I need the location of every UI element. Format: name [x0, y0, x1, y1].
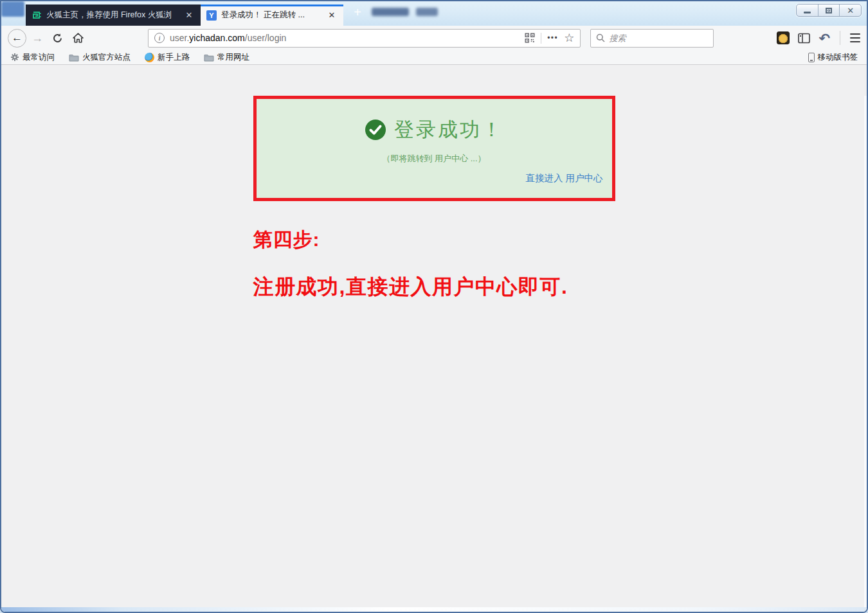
bookmark-label: 最常访问 — [23, 52, 55, 63]
window-bottom-frame — [1, 607, 867, 612]
site-info-icon[interactable]: i — [154, 33, 165, 43]
bookmark-label: 新手上路 — [158, 52, 190, 63]
redirect-message: （即将跳转到 用户中心 ...） — [257, 153, 612, 164]
divider — [840, 31, 840, 45]
close-icon: ✕ — [847, 6, 854, 15]
url-bar[interactable]: i user.yichadan.com/user/login — [148, 29, 581, 48]
url-domain: yichadan.com — [189, 33, 244, 43]
back-button[interactable]: ← — [8, 29, 26, 48]
bookmark-label: 移动版书签 — [818, 52, 858, 63]
sidebar-icon — [798, 33, 810, 44]
background-window-artifact — [372, 8, 409, 16]
undo-arrow-icon[interactable]: ↶ — [818, 31, 830, 45]
sidebar-toggle-button[interactable] — [798, 33, 810, 44]
firefox-logo-icon — [145, 53, 154, 62]
tab-title: 登录成功！ 正在跳转 ... — [221, 10, 321, 21]
step-label: 第四步: — [253, 227, 615, 253]
page-actions: ••• ☆ — [525, 32, 574, 44]
tab-login-success[interactable]: Y 登录成功！ 正在跳转 ... ✕ — [201, 4, 343, 26]
search-box[interactable] — [590, 29, 714, 48]
forward-button[interactable]: → — [28, 31, 46, 45]
toolbar-right-icons: ↶ — [777, 31, 860, 45]
tab-firefox-home[interactable]: 火狐主页，推荐使用 Firefox 火狐浏 ✕ — [26, 4, 201, 26]
qr-code-icon[interactable] — [525, 33, 535, 43]
gear-icon — [10, 53, 19, 62]
divider — [541, 33, 541, 44]
mobile-phone-icon — [808, 53, 815, 62]
login-success-box: 登录成功！ （即将跳转到 用户中心 ...） 直接进入 用户中心 — [253, 96, 615, 201]
tutorial-annotation: 第四步: 注册成功,直接进入用户中心即可. — [253, 227, 615, 301]
tab-strip: 火狐主页，推荐使用 Firefox 火狐浏 ✕ Y 登录成功！ 正在跳转 ...… — [26, 4, 343, 26]
bookmark-label: 常用网址 — [217, 52, 249, 63]
success-title: 登录成功！ — [394, 116, 503, 143]
minimize-icon — [804, 12, 811, 13]
bookmark-most-visited[interactable]: 最常访问 — [10, 52, 55, 63]
background-window-artifact — [1, 1, 24, 17]
folder-icon — [69, 53, 79, 62]
home-icon — [73, 33, 84, 43]
navigation-toolbar: ← → i user.yichadan.com/user/login — [1, 26, 867, 50]
page-content: 登录成功！ （即将跳转到 用户中心 ...） 直接进入 用户中心 第四步: 注册… — [1, 96, 867, 613]
url-path: /user/login — [245, 33, 287, 43]
background-window-artifact — [416, 8, 438, 16]
reload-button[interactable] — [48, 33, 67, 44]
bookmark-getting-started[interactable]: 新手上路 — [145, 52, 190, 63]
search-input[interactable] — [609, 33, 708, 43]
url-text: user.yichadan.com/user/login — [170, 33, 286, 43]
bookmark-label: 火狐官方站点 — [82, 52, 131, 63]
url-subdomain: user. — [170, 33, 189, 43]
tab-close-icon[interactable]: ✕ — [183, 10, 195, 21]
green-maze-favicon-icon — [32, 10, 42, 21]
maximize-button[interactable] — [818, 4, 840, 16]
enter-user-center-link[interactable]: 直接进入 用户中心 — [257, 172, 612, 184]
new-tab-button[interactable]: + — [349, 4, 366, 21]
mobile-bookmarks[interactable]: 移动版书签 — [808, 52, 858, 63]
success-check-icon — [365, 119, 386, 141]
extension-doge-icon[interactable] — [777, 31, 790, 44]
window-controls: ✕ — [796, 4, 862, 17]
tab-close-icon[interactable]: ✕ — [326, 10, 338, 21]
minimize-button[interactable] — [797, 4, 818, 16]
bookmarks-bar: 最常访问 火狐官方站点 新手上路 常用网址 移动版书签 — [1, 50, 867, 65]
success-title-row: 登录成功！ — [257, 116, 612, 143]
bookmark-star-icon[interactable]: ☆ — [564, 32, 574, 44]
menu-hamburger-icon[interactable] — [850, 33, 860, 42]
browser-window: 火狐主页，推荐使用 Firefox 火狐浏 ✕ Y 登录成功！ 正在跳转 ...… — [0, 0, 868, 613]
close-button[interactable]: ✕ — [839, 4, 861, 16]
home-button[interactable] — [68, 33, 87, 43]
step-note: 注册成功,直接进入用户中心即可. — [253, 273, 615, 301]
bookmark-firefox-official[interactable]: 火狐官方站点 — [69, 52, 131, 63]
blue-y-favicon-icon: Y — [206, 10, 217, 21]
titlebar: 火狐主页，推荐使用 Firefox 火狐浏 ✕ Y 登录成功！ 正在跳转 ...… — [1, 1, 867, 26]
folder-icon — [204, 53, 214, 62]
bookmark-common-sites[interactable]: 常用网址 — [204, 52, 249, 63]
tab-title: 火狐主页，推荐使用 Firefox 火狐浏 — [46, 10, 179, 21]
page-actions-menu-icon[interactable]: ••• — [547, 33, 558, 42]
search-icon — [596, 33, 605, 42]
reload-icon — [52, 33, 63, 44]
maximize-icon — [826, 8, 832, 13]
